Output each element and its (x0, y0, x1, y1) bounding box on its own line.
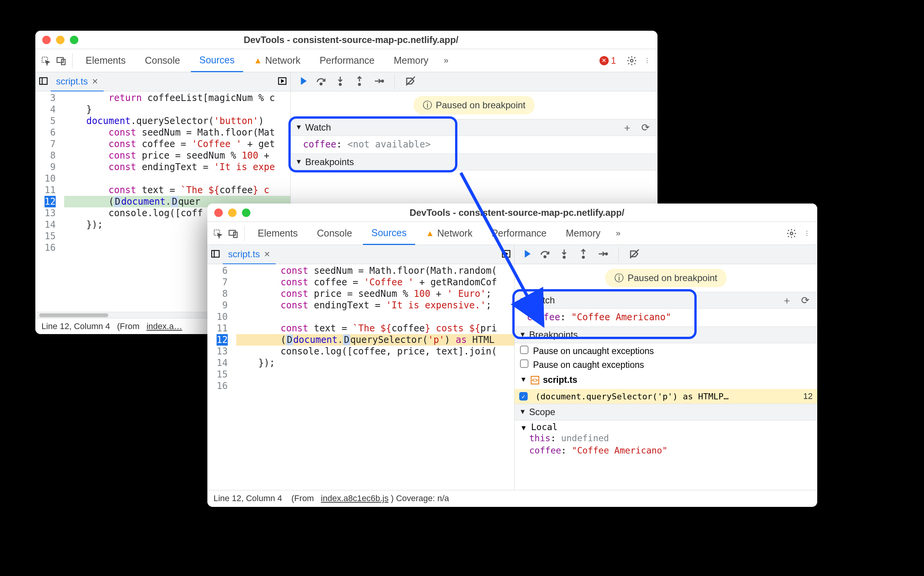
debugger-toolbar (515, 245, 817, 264)
gear-icon[interactable] (785, 227, 798, 240)
svg-rect-16 (212, 250, 219, 257)
tab-console[interactable]: Console (308, 222, 361, 245)
cursor-position: Line 12, Column 4 (214, 493, 282, 503)
device-toggle-icon[interactable] (55, 54, 68, 67)
navigator-toggle-icon[interactable] (210, 249, 220, 260)
svg-rect-4 (40, 78, 47, 84)
add-watch-icon[interactable]: ＋ (619, 121, 635, 134)
watch-value: "Coffee Americano" (571, 312, 671, 323)
tab-elements[interactable]: Elements (249, 222, 306, 245)
chevron-down-icon: ▼ (519, 296, 526, 304)
kebab-icon[interactable]: ⋮ (641, 54, 654, 67)
step-over-icon[interactable] (315, 75, 327, 88)
source-map-link[interactable]: index.a8c1ec6b.js (321, 493, 389, 503)
step-out-icon[interactable] (578, 248, 589, 261)
breakpoint-line-number: 12 (803, 391, 813, 401)
run-snippet-icon[interactable] (277, 76, 287, 88)
watch-value: <not available> (348, 139, 431, 150)
refresh-watch-icon[interactable]: ⟳ (638, 122, 653, 134)
devtools-window-2: DevTools - consistent-source-map-pc.netl… (207, 204, 817, 507)
navigator-toggle-icon[interactable] (38, 76, 48, 88)
watch-section-header[interactable]: ▼Watch ＋ ⟳ (291, 119, 657, 136)
file-tab-script[interactable]: script.ts✕ (223, 245, 276, 264)
inspect-icon[interactable] (39, 54, 52, 67)
debugger-toolbar (291, 72, 657, 91)
source-map-link[interactable]: index.a… (146, 321, 182, 331)
window-title: DevTools - consistent-source-map-pc.netl… (78, 35, 624, 45)
checkbox-checked-icon[interactable]: ✓ (519, 392, 528, 401)
tab-memory[interactable]: Memory (557, 222, 609, 245)
scope-body: ▼ Local this: undefined coffee: "Coffee … (515, 420, 817, 460)
svg-point-22 (606, 253, 608, 255)
chevron-down-icon: ▼ (295, 123, 302, 131)
warning-icon: ▲ (254, 56, 262, 66)
tab-network[interactable]: ▲Network (245, 49, 309, 72)
checkbox-icon[interactable] (520, 346, 528, 354)
pause-caught-row[interactable]: Pause on caught exceptions (520, 359, 812, 370)
breakpoint-file-row[interactable]: ▼ <> script.ts (520, 373, 812, 387)
minimize-window-icon[interactable] (228, 209, 237, 217)
file-icon: <> (531, 376, 539, 384)
tab-sources[interactable]: Sources (363, 222, 415, 245)
scope-section-header[interactable]: ▼Scope (515, 404, 817, 420)
error-count[interactable]: ✕1 (599, 55, 616, 66)
add-watch-icon[interactable]: ＋ (779, 294, 795, 307)
step-into-icon[interactable] (558, 248, 570, 261)
maximize-window-icon[interactable] (242, 209, 250, 217)
main-tabbar: Elements Console Sources ▲Network Perfor… (207, 222, 817, 245)
window-controls (42, 36, 78, 44)
window-title: DevTools - consistent-source-map-pc.netl… (250, 207, 783, 218)
run-snippet-icon[interactable] (501, 249, 511, 260)
close-tab-icon[interactable]: ✕ (264, 250, 270, 259)
svg-point-20 (563, 256, 565, 258)
breakpoints-section-header[interactable]: ▼Breakpoints (291, 154, 657, 170)
paused-banner: ⓘPaused on breakpoint (414, 96, 535, 114)
breakpoints-body: Pause on uncaught exceptions Pause on ca… (515, 343, 817, 389)
tab-network[interactable]: ▲Network (417, 222, 481, 245)
tab-sources[interactable]: Sources (191, 49, 243, 72)
kebab-icon[interactable]: ⋮ (800, 227, 813, 240)
info-icon: ⓘ (423, 99, 432, 111)
tab-console[interactable]: Console (136, 49, 189, 72)
svg-point-9 (359, 83, 361, 85)
close-window-icon[interactable] (42, 36, 51, 44)
maximize-window-icon[interactable] (70, 36, 78, 44)
gear-icon[interactable] (625, 54, 638, 67)
tab-performance[interactable]: Performance (483, 222, 555, 245)
step-into-icon[interactable] (334, 75, 346, 88)
close-tab-icon[interactable]: ✕ (92, 77, 98, 86)
titlebar: DevTools - consistent-source-map-pc.netl… (207, 204, 817, 222)
breakpoint-item[interactable]: ✓ (document.querySelector('p') as HTMLP…… (515, 389, 817, 404)
inspect-icon[interactable] (211, 227, 224, 240)
svg-point-3 (631, 59, 633, 62)
step-icon[interactable] (373, 75, 384, 88)
refresh-watch-icon[interactable]: ⟳ (798, 295, 813, 306)
more-tabs-icon[interactable]: » (439, 56, 453, 66)
deactivate-breakpoints-icon[interactable] (405, 75, 416, 88)
breakpoints-section-header[interactable]: ▼Breakpoints (515, 326, 817, 343)
watch-section-header[interactable]: ▼Watch ＋ ⟳ (515, 292, 817, 309)
file-tab-script[interactable]: script.ts✕ (51, 72, 104, 91)
step-over-icon[interactable] (539, 248, 551, 261)
tab-elements[interactable]: Elements (77, 49, 134, 72)
pause-uncaught-row[interactable]: Pause on uncaught exceptions (520, 346, 812, 356)
step-out-icon[interactable] (354, 75, 365, 88)
more-tabs-icon[interactable]: » (611, 228, 625, 238)
warning-icon: ▲ (426, 228, 434, 238)
resume-icon[interactable] (520, 248, 532, 261)
step-icon[interactable] (597, 248, 608, 261)
minimize-window-icon[interactable] (56, 36, 65, 44)
device-toggle-icon[interactable] (227, 227, 240, 240)
checkbox-icon[interactable] (520, 359, 528, 368)
tab-memory[interactable]: Memory (385, 49, 437, 72)
deactivate-breakpoints-icon[interactable] (629, 248, 640, 261)
main-tabbar: Elements Console Sources ▲Network Perfor… (35, 49, 657, 72)
info-icon: ⓘ (614, 272, 624, 284)
scope-local-row[interactable]: ▼ Local (522, 422, 813, 432)
file-tabs: script.ts✕ (35, 72, 290, 91)
close-window-icon[interactable] (214, 209, 223, 217)
tab-performance[interactable]: Performance (311, 49, 383, 72)
resume-icon[interactable] (296, 75, 308, 88)
chevron-down-icon: ▼ (519, 331, 526, 339)
code-editor[interactable]: 678910111213141516 const seedNum = Math.… (207, 264, 514, 490)
